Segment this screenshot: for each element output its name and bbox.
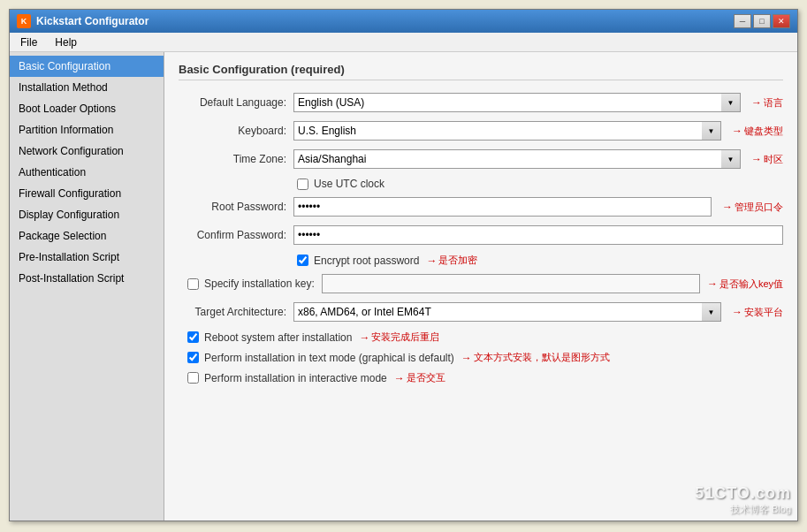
main-window: K Kickstart Configurator ─ □ ✕ File Help… bbox=[9, 9, 798, 521]
target-arch-annotation: 安装平台 bbox=[732, 306, 783, 319]
title-bar-left: K Kickstart Configurator bbox=[17, 14, 148, 28]
text-mode-annotation: 文本方式安装，默认是图形方式 bbox=[461, 351, 610, 364]
sidebar-item-network-config[interactable]: Network Configuration bbox=[10, 141, 164, 162]
encrypt-password-label: Encrypt root password bbox=[314, 255, 419, 267]
keyboard-select[interactable]: U.S. English bbox=[293, 121, 721, 141]
sidebar-item-package-selection[interactable]: Package Selection bbox=[10, 225, 164, 247]
encrypt-password-annotation: 是否加密 bbox=[426, 254, 477, 267]
window-controls: ─ □ ✕ bbox=[734, 14, 790, 28]
confirm-password-row: Confirm Password: bbox=[179, 225, 783, 245]
sidebar-item-boot-loader[interactable]: Boot Loader Options bbox=[10, 98, 164, 119]
menu-help[interactable]: Help bbox=[48, 34, 84, 50]
default-language-annotation: 语言 bbox=[751, 96, 783, 110]
specify-key-row: Specify installation key: 是否输入key值 bbox=[179, 274, 783, 293]
right-panel: Basic Configuration (required) Default L… bbox=[164, 52, 797, 521]
main-content: Basic Configuration Installation Method … bbox=[10, 52, 797, 521]
target-arch-select[interactable]: x86, AMD64, or Intel EM64T bbox=[293, 302, 721, 322]
keyboard-annotation: 键盘类型 bbox=[732, 125, 783, 138]
utc-clock-label: Use UTC clock bbox=[314, 178, 384, 190]
default-language-row: Default Language: English (USA) ▼ 语言 bbox=[179, 93, 783, 112]
timezone-select[interactable]: Asia/Shanghai bbox=[293, 149, 741, 169]
keyboard-row: Keyboard: U.S. English ▼ 键盘类型 bbox=[179, 121, 783, 141]
title-bar: K Kickstart Configurator ─ □ ✕ bbox=[10, 10, 797, 33]
specify-key-input[interactable] bbox=[322, 274, 700, 293]
window-title: Kickstart Configurator bbox=[36, 15, 148, 27]
root-password-annotation: 管理员口令 bbox=[722, 201, 783, 214]
interactive-annotation: 是否交互 bbox=[394, 371, 445, 384]
minimize-button[interactable]: ─ bbox=[734, 14, 751, 28]
default-language-input-wrap: English (USA) ▼ 语言 bbox=[293, 93, 783, 112]
reboot-label: Reboot system after installation bbox=[204, 331, 352, 344]
confirm-password-label: Confirm Password: bbox=[179, 229, 293, 241]
reboot-row: Reboot system after installation 安装完成后重启 bbox=[179, 331, 783, 344]
app-icon: K bbox=[17, 14, 31, 28]
timezone-select-wrap: Asia/Shanghai ▼ bbox=[293, 149, 741, 169]
default-language-select[interactable]: English (USA) bbox=[293, 93, 741, 112]
keyboard-label: Keyboard: bbox=[179, 125, 293, 137]
reboot-annotation: 安装完成后重启 bbox=[359, 331, 439, 344]
interactive-row: Perform installation in interactive mode… bbox=[179, 371, 783, 384]
timezone-row: Time Zone: Asia/Shanghai ▼ 时区 bbox=[179, 149, 783, 169]
text-mode-label: Perform installation in text mode (graph… bbox=[204, 352, 454, 364]
sidebar-item-basic-config[interactable]: Basic Configuration bbox=[10, 56, 164, 77]
target-arch-select-wrap: x86, AMD64, or Intel EM64T ▼ bbox=[293, 302, 721, 322]
sidebar-item-pre-install-script[interactable]: Pre-Installation Script bbox=[10, 247, 164, 268]
text-mode-row: Perform installation in text mode (graph… bbox=[179, 351, 783, 364]
sidebar-item-post-install-script[interactable]: Post-Installation Script bbox=[10, 268, 164, 289]
specify-key-checkbox[interactable] bbox=[187, 278, 199, 290]
panel-title: Basic Configuration (required) bbox=[179, 63, 783, 80]
keyboard-input-wrap: U.S. English ▼ 键盘类型 bbox=[293, 121, 783, 141]
sidebar-item-authentication[interactable]: Authentication bbox=[10, 162, 164, 183]
timezone-label: Time Zone: bbox=[179, 153, 293, 165]
sidebar-item-partition-info[interactable]: Partition Information bbox=[10, 119, 164, 141]
default-language-select-wrap: English (USA) ▼ bbox=[293, 93, 741, 112]
utc-clock-checkbox[interactable] bbox=[297, 179, 308, 190]
confirm-password-input[interactable] bbox=[293, 225, 783, 245]
target-arch-input-wrap: x86, AMD64, or Intel EM64T ▼ 安装平台 bbox=[293, 302, 783, 322]
sidebar: Basic Configuration Installation Method … bbox=[10, 52, 164, 521]
sidebar-item-firewall-config[interactable]: Firewall Configuration bbox=[10, 183, 164, 204]
keyboard-select-wrap: U.S. English ▼ bbox=[293, 121, 721, 141]
reboot-checkbox[interactable] bbox=[187, 331, 199, 343]
target-arch-row: Target Architecture: x86, AMD64, or Inte… bbox=[179, 302, 783, 322]
interactive-checkbox[interactable] bbox=[187, 372, 199, 384]
default-language-label: Default Language: bbox=[179, 96, 293, 109]
sidebar-item-install-method[interactable]: Installation Method bbox=[10, 77, 164, 98]
encrypt-password-row: Encrypt root password 是否加密 bbox=[179, 254, 783, 267]
sidebar-item-display-config[interactable]: Display Configuration bbox=[10, 204, 164, 225]
close-button[interactable]: ✕ bbox=[773, 14, 790, 28]
encrypt-password-checkbox[interactable] bbox=[297, 255, 308, 266]
root-password-input-wrap: 管理员口令 bbox=[293, 197, 783, 217]
timezone-annotation: 时区 bbox=[751, 153, 783, 166]
maximize-button[interactable]: □ bbox=[753, 14, 771, 28]
utc-clock-row: Use UTC clock bbox=[179, 178, 783, 190]
text-mode-checkbox[interactable] bbox=[187, 352, 199, 363]
root-password-input[interactable] bbox=[293, 197, 712, 217]
specify-key-annotation: 是否输入key值 bbox=[707, 277, 783, 291]
interactive-label: Perform installation in interactive mode bbox=[204, 372, 387, 384]
root-password-label: Root Password: bbox=[179, 201, 293, 213]
specify-key-label: Specify installation key: bbox=[204, 277, 315, 290]
target-arch-label: Target Architecture: bbox=[179, 306, 293, 318]
timezone-input-wrap: Asia/Shanghai ▼ 时区 bbox=[293, 149, 783, 169]
confirm-password-input-wrap bbox=[293, 225, 783, 245]
menu-file[interactable]: File bbox=[13, 34, 44, 50]
menu-bar: File Help bbox=[10, 33, 797, 52]
root-password-row: Root Password: 管理员口令 bbox=[179, 197, 783, 217]
